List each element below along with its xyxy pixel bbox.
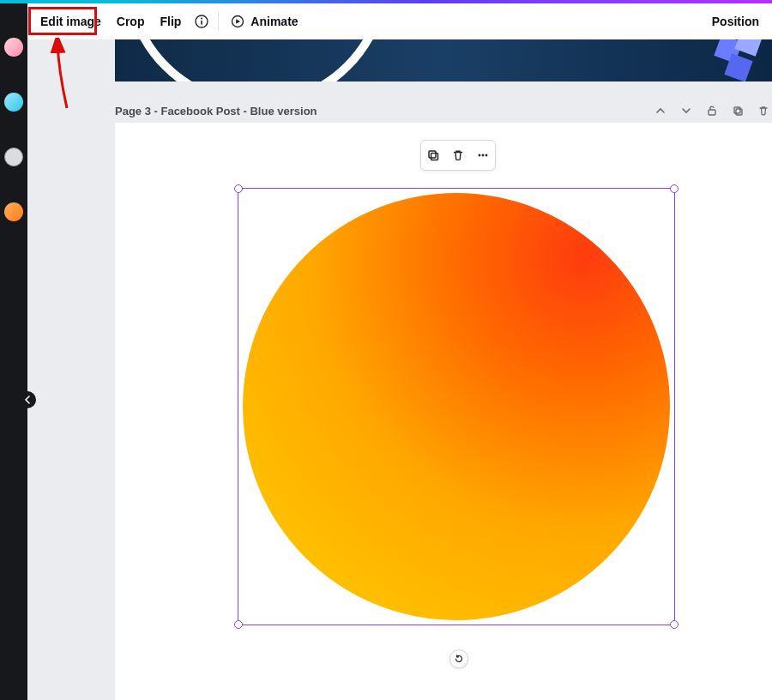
element-context-menu <box>420 140 496 171</box>
side-panel <box>0 3 27 700</box>
side-thumb[interactable] <box>4 148 23 166</box>
chevron-up-icon <box>654 105 666 117</box>
svg-point-11 <box>485 154 487 157</box>
animate-icon <box>230 14 245 29</box>
selection-box <box>238 188 675 625</box>
more-element-options-button[interactable] <box>474 147 492 164</box>
decorative-cubes <box>712 39 772 81</box>
rotate-handle[interactable] <box>449 649 468 668</box>
svg-point-1 <box>201 18 202 20</box>
annotation-arrow <box>50 38 84 118</box>
flip-button[interactable]: Flip <box>152 9 189 34</box>
svg-point-10 <box>481 154 484 157</box>
side-thumb[interactable] <box>4 202 23 221</box>
crop-button[interactable]: Crop <box>109 9 153 34</box>
trash-icon <box>757 105 769 117</box>
position-button[interactable]: Position <box>704 9 767 34</box>
duplicate-element-button[interactable] <box>425 147 442 164</box>
duplicate-icon <box>732 105 744 117</box>
animate-button[interactable]: Animate <box>222 9 305 34</box>
previous-page-preview[interactable] <box>115 39 772 81</box>
edit-image-button[interactable]: Edit image <box>33 9 109 34</box>
svg-rect-4 <box>709 110 715 115</box>
resize-handle-bottom-right[interactable] <box>670 620 679 629</box>
delete-element-button[interactable] <box>449 147 467 164</box>
svg-point-9 <box>478 154 480 157</box>
page-lock-button[interactable] <box>703 102 721 119</box>
info-icon <box>194 14 209 29</box>
page-title: Page 3 - Facebook Post - Blue version <box>115 105 317 118</box>
side-thumb[interactable] <box>4 38 23 57</box>
rotate-icon <box>454 654 464 664</box>
resize-handle-top-right[interactable] <box>670 184 679 193</box>
svg-rect-5 <box>734 107 740 113</box>
context-toolbar: Edit image Crop Flip Animate Position <box>27 3 772 39</box>
page-move-down-button[interactable] <box>678 102 695 119</box>
page-header: Page 3 - Facebook Post - Blue version <box>115 98 772 124</box>
more-horizontal-icon <box>476 148 490 162</box>
page-move-up-button[interactable] <box>652 102 669 119</box>
info-button[interactable] <box>189 9 214 34</box>
duplicate-icon <box>426 148 440 162</box>
svg-rect-7 <box>429 151 436 158</box>
page-duplicate-button[interactable] <box>729 102 746 119</box>
svg-rect-8 <box>431 154 438 160</box>
resize-handle-top-left[interactable] <box>234 184 243 193</box>
side-thumb[interactable] <box>4 93 23 112</box>
svg-rect-2 <box>202 21 203 25</box>
page-delete-button[interactable] <box>755 102 772 119</box>
chevron-left-icon <box>24 395 31 404</box>
decorative-arc <box>124 39 389 81</box>
animate-label: Animate <box>250 15 298 28</box>
lock-open-icon <box>706 105 718 117</box>
trash-icon <box>451 148 465 162</box>
toolbar-separator <box>218 12 219 31</box>
side-panel-collapse-toggle[interactable] <box>19 391 36 408</box>
resize-handle-bottom-left[interactable] <box>234 620 243 629</box>
chevron-down-icon <box>680 105 692 117</box>
svg-rect-6 <box>736 109 742 115</box>
